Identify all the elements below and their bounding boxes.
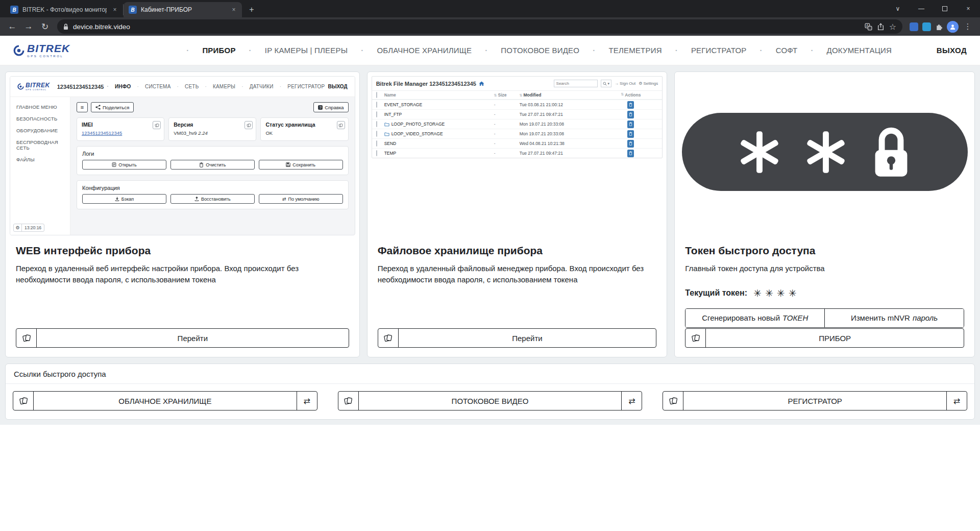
help-button: ? Справка <box>313 102 348 112</box>
device-link-button[interactable]: ПРИБОР <box>685 328 964 348</box>
sign-out-icon: → <box>615 81 619 86</box>
site-header: BITREK GPS CONTROL ПРИБОР IP КАМЕРЫ | ПЛ… <box>0 36 980 65</box>
bookmark-star-icon[interactable]: ☆ <box>889 22 896 32</box>
trash-icon <box>629 132 632 136</box>
sidebar-item-main-menu: ГЛАВНОЕ МЕНЮ <box>16 104 64 110</box>
file-manager-preview-image: Bitrek File Manager 123451234512345 ▾ →S… <box>372 76 663 158</box>
click-icon <box>378 329 399 347</box>
minimize-window-button[interactable]: — <box>910 0 933 17</box>
logs-save-button: Сохранить <box>259 160 343 170</box>
row-checkbox <box>376 150 377 156</box>
close-window-button[interactable]: × <box>957 0 980 17</box>
file-row: TEMP - Tue 27.07.21 09:47:21 <box>372 148 663 158</box>
browser-tab-bitrek-monitoring[interactable]: B BITREK - Фото/видео мониторин × <box>5 4 124 15</box>
click-icon <box>685 329 706 347</box>
sort-icon: ⇅ <box>621 92 624 98</box>
url-text[interactable]: device.bitrek.video <box>73 23 860 31</box>
click-icon <box>13 392 34 410</box>
logo-brand: BITREK <box>27 43 70 54</box>
share-icon[interactable] <box>877 23 885 31</box>
go-to-file-storage-button[interactable]: Перейти <box>378 328 657 348</box>
swap-arrows-icon[interactable]: ⇄ <box>946 392 967 410</box>
logout-link[interactable]: ВЫХОД <box>937 46 967 55</box>
sidebar-item-files: ФАЙЛЫ <box>16 157 64 162</box>
row-checkbox <box>376 111 377 117</box>
device-nav-registrator: РЕГИСТРАТОР <box>277 84 328 89</box>
card-file-storage: Bitrek File Manager 123451234512345 ▾ →S… <box>367 71 668 357</box>
copy-icon <box>337 121 345 129</box>
new-tab-button[interactable]: + <box>245 3 258 16</box>
masked-token-value: ✳✳✳✳ <box>753 287 800 299</box>
browser-menu-icon[interactable]: ⋮ <box>963 22 973 31</box>
forward-icon[interactable]: → <box>21 19 36 34</box>
nav-item-cloud-storage[interactable]: ОБЛАЧНОЕ ХРАНИЛИЩЕ <box>354 46 478 55</box>
extension-icon[interactable] <box>922 22 931 31</box>
delete-action-button <box>627 111 634 118</box>
card-description: Переход в удаленный веб интерфейс настро… <box>16 263 349 285</box>
search-icon <box>603 82 607 86</box>
quick-link-cloud-storage-button[interactable]: ОБЛАЧНОЕ ХРАНИЛИЩЕ ⇄ <box>13 391 317 411</box>
row-checkbox <box>376 131 377 137</box>
token-illustration-image <box>679 76 970 191</box>
card-title-token: Токен быстрого доступа <box>685 245 964 257</box>
trash-icon <box>629 151 632 155</box>
device-nav-sensors: ДАТЧИКИ <box>238 84 277 89</box>
nav-item-device[interactable]: ПРИБОР <box>180 46 242 55</box>
generate-token-button[interactable]: Сгенерировать новый ТОКЕН <box>685 309 824 327</box>
device-nav-info: ИНФО <box>104 84 134 89</box>
nav-item-telemetry[interactable]: ТЕЛЕМЕТРИЯ <box>586 46 669 55</box>
search-input <box>554 80 598 87</box>
swap-arrows-icon[interactable]: ⇄ <box>297 392 317 410</box>
device-panel-nav: ИНФО СИСТЕМА СЕТЬ КАМЕРЫ ДАТЧИКИ РЕГИСТР… <box>104 84 328 89</box>
extension-icon[interactable] <box>910 22 918 31</box>
copy-icon <box>244 121 253 129</box>
profile-avatar[interactable] <box>947 21 959 33</box>
bitrek-swirl-icon <box>13 45 24 56</box>
go-to-web-interface-button[interactable]: Перейти <box>16 328 349 348</box>
swap-arrows-icon[interactable]: ⇄ <box>621 392 642 410</box>
padlock-icon <box>870 126 912 179</box>
trash-icon <box>199 162 204 167</box>
translate-icon[interactable] <box>865 23 872 31</box>
logo-subtitle: GPS CONTROL <box>27 55 70 58</box>
menu-icon-button: ≡ <box>77 102 88 112</box>
main-nav: ПРИБОР IP КАМЕРЫ | ПЛЕЕРЫ ОБЛАЧНОЕ ХРАНИ… <box>180 46 898 55</box>
sidebar-item-equipment: ОБОРУДОВАНИЕ <box>16 128 64 133</box>
nav-item-registrator[interactable]: РЕГИСТРАТОР <box>669 46 753 55</box>
quick-link-streaming-video-button[interactable]: ПОТОКОВОЕ ВИДЕО ⇄ <box>338 391 643 411</box>
trash-icon <box>629 141 632 146</box>
reload-icon[interactable]: ↻ <box>38 19 52 34</box>
browser-tab-cabinet-device[interactable]: B Кабинет-ПРИБОР × <box>124 2 242 17</box>
select-all-checkbox <box>376 92 377 98</box>
address-bar[interactable]: device.bitrek.video ☆ <box>57 19 902 34</box>
sort-icon: ⇅ <box>494 93 497 97</box>
column-modified: ⇅Modified <box>520 92 604 98</box>
back-icon[interactable]: ← <box>5 19 19 34</box>
card-title-file-storage: Файловое хранилище прибора <box>378 245 657 257</box>
quick-link-registrator-button[interactable]: РЕГИСТРАТОР ⇄ <box>663 391 967 411</box>
help-icon: ? <box>318 105 323 110</box>
nav-item-documentation[interactable]: ДОКУМЕНТАЦИЯ <box>804 46 898 55</box>
search-button: ▾ <box>601 80 612 87</box>
sidebar-item-security: БЕЗОПАСНОСТЬ <box>16 116 64 122</box>
nav-item-streaming-video[interactable]: ПОТОКОВОЕ ВИДЕО <box>478 46 586 55</box>
share-icon <box>95 105 101 110</box>
sign-out-link: →Sign Out <box>615 81 635 86</box>
extensions-puzzle-icon[interactable] <box>935 23 943 31</box>
browser-toolbar: ← → ↻ device.bitrek.video ☆ ⋮ <box>0 17 980 36</box>
file-row: LOOP_PHOTO_STORAGE - Mon 19.07.21 20:33:… <box>372 119 663 129</box>
change-mnvr-password-button[interactable]: Изменить mNVR пароль <box>824 309 964 327</box>
sidebar-item-wireless: БЕСПРОВОДНАЯ СЕТЬ <box>16 139 64 151</box>
close-tab-icon[interactable]: × <box>111 6 119 14</box>
masked-token-graphic <box>682 113 968 191</box>
maximize-icon <box>942 6 947 11</box>
maximize-window-button[interactable] <box>933 0 957 17</box>
browser-tab-strip: B BITREK - Фото/видео мониторин × B Каби… <box>0 0 980 17</box>
card-access-token: Токен быстрого доступа Главный токен дос… <box>674 71 975 357</box>
file-manager-title: Bitrek File Manager 123451234512345 <box>376 81 476 87</box>
nav-item-soft[interactable]: СОФТ <box>753 46 804 55</box>
nav-item-ip-cameras[interactable]: IP КАМЕРЫ | ПЛЕЕРЫ <box>242 46 355 55</box>
tab-search-icon[interactable]: ∨ <box>886 0 910 17</box>
config-restore-button: Восстановить <box>170 194 255 204</box>
close-tab-icon[interactable]: × <box>230 6 238 14</box>
